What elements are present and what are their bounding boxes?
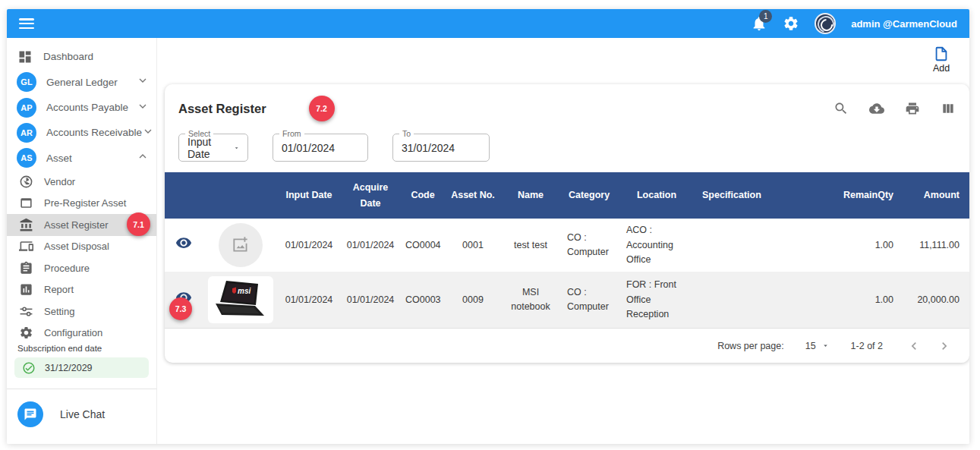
cell-specification [695, 219, 831, 272]
cloud-download-icon[interactable] [869, 101, 884, 116]
previous-page-button[interactable] [904, 336, 924, 356]
annotation-badge-7-3: 7.3 [169, 297, 192, 320]
sidebar-item-label: Setting [44, 306, 74, 317]
table-header-row: Input Date Acquire Date Code Asset No. N… [165, 172, 969, 219]
sidebar-item-label: Dashboard [43, 51, 93, 62]
app-window: 1 admin @CarmenCloud Dashboard GL Genera… [7, 9, 969, 444]
settings-gear-icon[interactable] [783, 15, 799, 32]
chevron-down-icon [137, 74, 149, 90]
note-add-icon [933, 46, 950, 62]
cell-code: CO0004 [402, 219, 444, 272]
asset-register-card: Asset Register 7.2 Select Input Date [165, 84, 969, 363]
column-header-eye [165, 172, 203, 219]
filter-from-date-input[interactable]: From 01/01/2024 [273, 134, 368, 162]
cell-name: test test [502, 219, 559, 272]
sidebar-item-dashboard[interactable]: Dashboard [7, 44, 156, 69]
rows-per-page-label: Rows per page: [717, 341, 784, 351]
sidebar-item-label: Report [44, 284, 74, 295]
gear-icon [19, 326, 33, 340]
live-chat-label: Live Chat [60, 408, 105, 420]
cell-code: CO0003 [402, 272, 444, 328]
bank-icon [19, 218, 33, 232]
sidebar-item-label: Asset [46, 153, 72, 164]
view-columns-icon[interactable] [941, 101, 956, 116]
sidebar-item-asset-register[interactable]: Asset Register 7.1 [7, 214, 156, 236]
chevron-up-icon [137, 150, 149, 165]
cell-acquire-date: 01/01/2024 [339, 272, 402, 328]
sidebar-item-report[interactable]: Report [7, 279, 156, 301]
live-chat-button[interactable]: Live Chat [7, 389, 156, 444]
check-circle-icon [22, 361, 36, 375]
column-header[interactable]: Input Date [279, 172, 339, 219]
cell-specification [695, 272, 831, 328]
subscription-date-pill: 31/12/2029 [14, 357, 149, 378]
dashboard-icon [17, 49, 33, 65]
sidebar-item-label: General Ledger [46, 77, 118, 88]
chevron-down-icon [137, 100, 149, 115]
next-page-button[interactable] [934, 336, 954, 356]
cell-acquire-date: 01/01/2024 [339, 219, 402, 272]
no-image-placeholder [219, 223, 263, 267]
sidebar-item-asset-disposal[interactable]: Asset Disposal [7, 236, 156, 258]
clipboard-icon [19, 261, 33, 275]
filter-select-dropdown[interactable]: Select Input Date [178, 134, 248, 162]
cell-name: MSI notebook [502, 272, 559, 328]
sidebar: Dashboard GL General Ledger AP Accounts … [7, 38, 157, 444]
column-header[interactable]: Location [619, 172, 695, 219]
filter-select-value: Input Date [187, 136, 225, 160]
sidebar-item-label: Configuration [44, 327, 102, 338]
chat-bubble-icon [17, 401, 43, 427]
devices-icon [19, 239, 33, 253]
cell-remain-qty: 1.00 [831, 219, 904, 272]
pagination-range-label: 1-2 of 2 [851, 341, 883, 351]
column-header[interactable]: Specification [695, 172, 831, 219]
filter-to-date-input[interactable]: To 31/01/2024 [392, 134, 490, 162]
sidebar-item-procedure[interactable]: Procedure [7, 257, 156, 279]
table-row[interactable]: 7.3 msi [165, 272, 969, 328]
cell-asset-no: 0001 [444, 219, 502, 272]
sidebar-item-label: Pre-Register Asset [44, 197, 126, 209]
rows-per-page-select[interactable]: 15 [805, 341, 830, 351]
carmencloud-logo[interactable] [815, 13, 836, 34]
sidebar-item-setting[interactable]: Setting [7, 301, 156, 323]
sidebar-item-label: Asset Register [44, 219, 109, 231]
sidebar-item-configuration[interactable]: Configuration [7, 323, 156, 345]
sidebar-item-label: Procedure [44, 263, 90, 274]
annotation-badge-7-1: 7.1 [127, 212, 150, 236]
column-header[interactable]: Name [502, 172, 559, 219]
search-icon[interactable] [833, 101, 849, 116]
table-row[interactable]: 01/01/2024 01/01/2024 CO0004 0001 test t… [165, 219, 969, 272]
add-button[interactable]: Add [928, 46, 954, 74]
sidebar-item-pre-register-asset[interactable]: Pre-Register Asset [7, 193, 156, 215]
report-chart-icon [19, 282, 33, 297]
cell-asset-no: 0009 [444, 272, 502, 328]
cell-remain-qty: 1.00 [831, 272, 904, 328]
column-header[interactable]: Category [559, 172, 619, 219]
print-icon[interactable] [905, 101, 920, 116]
sidebar-item-general-ledger[interactable]: GL General Ledger [7, 69, 156, 94]
user-account-label[interactable]: admin @CarmenCloud [851, 18, 957, 30]
menu-hamburger-icon[interactable] [19, 18, 34, 29]
filter-from-label: From [279, 129, 304, 138]
notifications-button[interactable]: 1 [751, 15, 767, 32]
cell-category: CO : Computer [559, 272, 619, 328]
rows-per-page-value: 15 [805, 341, 816, 351]
column-header[interactable]: Amount [904, 172, 969, 219]
cell-category: CO : Computer [559, 219, 619, 272]
sidebar-item-vendor[interactable]: Vendor [7, 171, 156, 193]
add-button-label: Add [933, 63, 950, 74]
column-header[interactable]: Asset No. [444, 172, 502, 219]
page-title: Asset Register [178, 102, 266, 116]
view-details-eye-icon[interactable] [175, 234, 192, 251]
main-content: Add Asset Register 7.2 Select [157, 38, 969, 444]
sidebar-item-label: Vendor [44, 176, 75, 187]
column-header[interactable]: Code [402, 172, 444, 219]
sidebar-item-asset[interactable]: AS Asset [7, 146, 156, 171]
gl-avatar: GL [17, 72, 36, 92]
sidebar-item-accounts-payable[interactable]: AP Accounts Payable [7, 95, 156, 120]
column-header[interactable]: RemainQty [831, 172, 904, 219]
notification-count-badge: 1 [759, 10, 772, 23]
column-header[interactable]: Acquire Date [339, 172, 402, 219]
sidebar-item-accounts-receivable[interactable]: AR Accounts Receivable [7, 120, 156, 145]
ar-avatar: AR [17, 123, 36, 143]
